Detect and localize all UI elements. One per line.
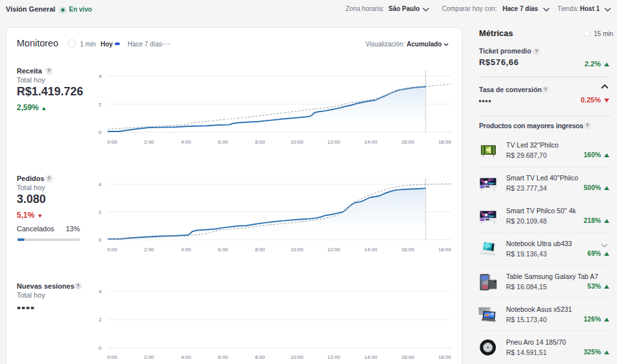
svg-text:12:00: 12:00 [328,139,341,145]
svg-text:6:00: 6:00 [218,139,228,145]
svg-text:0: 0 [99,129,102,135]
svg-text:10:00: 10:00 [290,139,304,145]
svg-text:4:00: 4:00 [181,139,191,145]
svg-text:8:00: 8:00 [255,139,265,145]
svg-text:16:00: 16:00 [401,139,415,145]
svg-text:18:00: 18:00 [438,139,452,145]
svg-text:0: 0 [99,237,102,243]
svg-text:4: 4 [99,73,102,79]
svg-text:2: 2 [99,209,102,215]
svg-text:2:00: 2:00 [144,139,155,145]
svg-text:0:00: 0:00 [107,139,117,145]
svg-text:14:00: 14:00 [364,139,378,145]
